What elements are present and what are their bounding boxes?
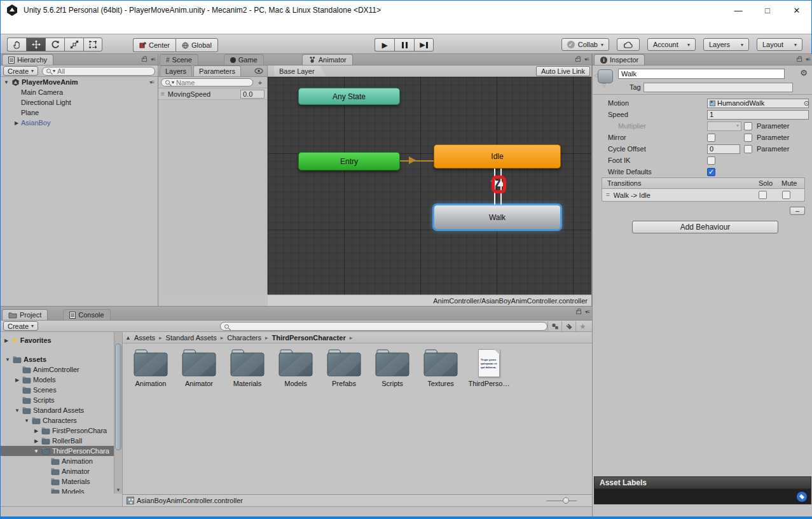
lock-icon[interactable] [576,310,581,314]
foldout-closed-icon[interactable]: ▶ [3,338,10,343]
asset-item[interactable]: Materials [224,349,270,387]
asset-item[interactable]: Prefabs [321,349,367,387]
lock-icon[interactable] [575,58,581,62]
auto-live-link-button[interactable]: Auto Live Link [536,66,590,76]
hierarchy-item[interactable]: ▶ AsianBoy [1,118,158,128]
hierarchy-item[interactable]: Main Camera [1,87,158,97]
close-button[interactable]: ✕ [782,1,811,20]
minimize-button[interactable]: — [724,1,753,20]
cycle-offset-parameter-checkbox[interactable] [744,145,752,153]
parameter-search-input[interactable]: ▾ Name [161,78,253,86]
tree-row[interactable]: ▶ Models [1,375,114,385]
state-machine-graph[interactable]: Any State Entry Idle Walk [268,77,591,294]
slider-knob[interactable] [563,497,569,504]
state-name-field[interactable]: Walk [618,69,785,79]
saved-search-star-icon[interactable]: ★ [575,321,589,331]
tree-row[interactable]: ▶ FirstPersonChara [1,426,114,436]
search-by-type-icon[interactable] [547,321,561,331]
search-by-label-icon[interactable] [561,321,575,331]
breadcrumb-item[interactable]: ThirdPersonCharacter [272,334,357,342]
tree-row[interactable]: Scripts [1,395,114,405]
breadcrumb-item[interactable]: Assets [134,334,166,342]
idle-state-node[interactable]: Idle [434,144,561,169]
motion-field[interactable]: HumanoidWalk [707,99,809,108]
add-parameter-button[interactable]: + [256,79,265,86]
foldout-icon[interactable]: ▼ [4,357,11,363]
step-button[interactable]: ▶ [414,38,434,52]
any-state-node[interactable]: Any State [298,88,400,105]
menu-item[interactable] [40,20,53,34]
rotate-tool-button[interactable] [45,38,64,52]
asset-item[interactable]: Neque porro quisquam est qui dolorem. Th… [466,349,512,387]
object-picker-icon[interactable]: ⊙ [804,99,809,107]
gear-icon[interactable]: ⚙ [800,68,808,78]
panel-menu-icon[interactable]: ▾≡ [585,309,589,315]
menu-item[interactable] [2,20,15,34]
remove-transition-button[interactable]: – [790,207,805,215]
tree-row[interactable]: Animation [1,456,114,466]
hierarchy-create-button[interactable]: Create▾ [3,66,38,76]
hierarchy-item[interactable]: Plane [1,107,158,118]
lock-icon[interactable] [797,58,802,62]
solo-checkbox[interactable] [759,191,767,199]
asset-item[interactable]: Models [273,349,319,387]
tree-row[interactable]: Models [1,487,114,494]
scrollbar-thumb[interactable] [115,343,121,450]
tree-row[interactable]: AnimController [1,364,114,375]
hierarchy-search-input[interactable]: ▾ All [42,67,155,76]
breadcrumb-up-icon[interactable]: ▲ [125,335,134,341]
foldout-open-icon[interactable]: ▼ [3,80,10,85]
thumbnail-zoom-slider[interactable] [546,501,577,501]
menu-item[interactable] [15,20,27,34]
foldout-icon[interactable]: ▼ [24,418,30,424]
tree-row[interactable]: Scenes [1,385,114,395]
move-tool-button[interactable] [26,38,45,52]
foldout-icon[interactable]: ▶ [33,438,39,444]
account-dropdown[interactable]: Account ▾ [647,38,696,51]
panel-menu-icon[interactable]: ▾≡ [806,57,810,62]
layout-dropdown[interactable]: Layout ▾ [757,38,802,51]
foldout-icon[interactable]: ▶ [14,377,20,383]
scrollbar-down-icon[interactable]: ▼ [116,487,121,493]
add-behaviour-button[interactable]: Add Behaviour [632,221,778,233]
tree-row[interactable]: ▼ ThirdPersonChara [1,446,114,456]
game-tab[interactable]: Game [224,54,264,65]
menu-item[interactable] [78,20,91,34]
menu-item[interactable] [53,20,65,34]
asset-item[interactable]: Animation [128,349,174,387]
parameter-value-field[interactable]: 0.0 [240,90,265,99]
hand-tool-button[interactable] [7,38,26,52]
foot-ik-checkbox[interactable] [707,156,715,165]
asset-item[interactable]: Textures [418,349,464,387]
tree-scrollbar[interactable]: ▼ [114,332,122,494]
entry-to-idle-transition[interactable] [400,160,434,162]
lock-icon[interactable] [142,58,147,62]
foldout-icon[interactable]: ▼ [14,408,20,413]
maximize-button[interactable]: □ [753,1,782,20]
pivot-center-button[interactable]: Center [133,38,175,52]
pivot-global-button[interactable]: Global [175,38,218,52]
tree-row[interactable]: Animator [1,466,114,476]
foldout-icon[interactable]: ▶ [33,428,39,434]
tree-row[interactable]: ▶ RollerBall [1,436,114,446]
panel-menu-icon[interactable]: ▾≡ [149,80,154,85]
layers-tab[interactable]: Layers [160,66,192,76]
label-tag-icon[interactable] [797,492,807,502]
project-tab[interactable]: Project [2,309,48,320]
scene-tab[interactable]: # Scene [160,54,198,65]
play-button[interactable]: ▶ [375,38,394,52]
breadcrumb-item[interactable]: Characters [227,334,272,342]
favorites-row[interactable]: ▶ ★ Favorites [1,335,114,345]
drag-handle-icon[interactable]: = [606,191,610,198]
hierarchy-tab[interactable]: Hierarchy [2,54,53,65]
panel-menu-icon[interactable]: ▾≡ [584,57,589,62]
tree-row[interactable]: ▼ Standard Assets [1,405,114,415]
menu-item[interactable] [27,20,40,34]
foldout-icon[interactable]: ▼ [33,448,39,454]
mirror-parameter-checkbox[interactable] [744,134,752,142]
walk-state-node[interactable]: Walk [434,205,561,230]
console-tab[interactable]: Console [63,309,110,320]
breadcrumb-item[interactable]: Standard Assets [166,334,228,342]
parameter-row[interactable]: ≡ MovingSpeed 0.0 [158,88,267,100]
mirror-checkbox[interactable] [707,134,715,142]
